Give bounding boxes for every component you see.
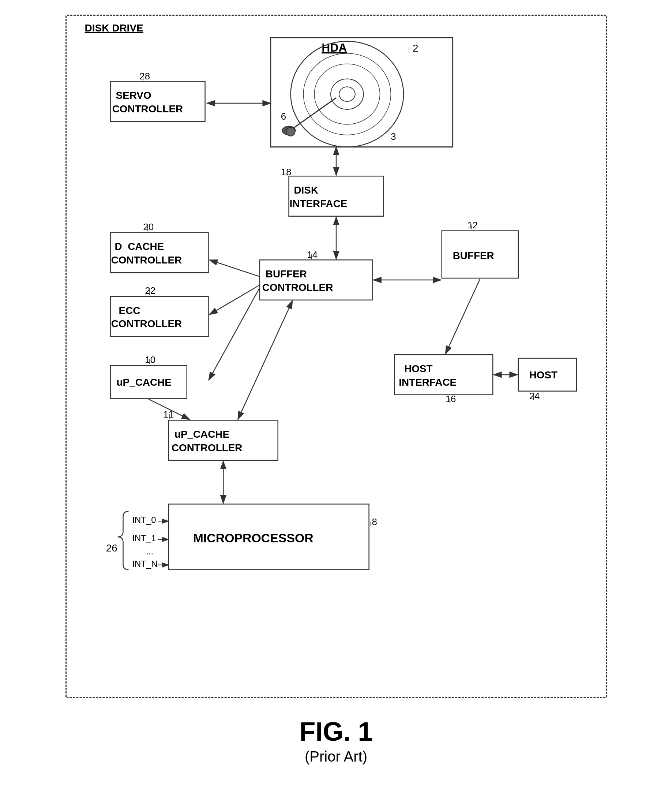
disk-interface-label-1: DISK (294, 184, 318, 196)
svg-rect-15 (289, 176, 383, 216)
svg-line-32 (209, 289, 259, 380)
figure-caption: FIG. 1 (Prior Art) (299, 717, 372, 765)
svg-rect-24 (110, 233, 209, 273)
ecc-label-2: CONTROLLER (111, 318, 182, 329)
svg-line-39 (445, 279, 480, 354)
svg-rect-27 (110, 296, 209, 337)
svg-line-35 (238, 301, 292, 420)
disk-interface-number: 18 (281, 167, 291, 177)
svg-point-11 (286, 127, 295, 136)
host-interface-label-2: INTERFACE (399, 377, 457, 388)
svg-rect-18 (259, 260, 372, 300)
buffer-controller-number: 14 (307, 249, 318, 260)
ecc-number: 22 (145, 286, 155, 296)
servo-label-1: SERVO (116, 89, 151, 101)
dcache-label-2: CONTROLLER (111, 254, 182, 266)
svg-line-26 (209, 260, 259, 276)
buffer-controller-label-2: CONTROLLER (262, 282, 332, 293)
int-n-label: INT_N (132, 559, 157, 569)
figure-number: FIG. 1 (299, 717, 372, 747)
servo-number: 28 (139, 71, 150, 81)
up-cache-ctrl-label-1: uP_CACHE (174, 428, 229, 440)
up-cache-number: 10 (145, 355, 155, 365)
servo-label-2: CONTROLLER (112, 103, 182, 115)
up-cache-label: uP_CACHE (117, 377, 171, 388)
host-label: HOST (529, 369, 557, 380)
dcache-label-1: D_CACHE (115, 241, 164, 252)
dcache-number: 20 (143, 222, 154, 232)
page-container: DISK DRIVE HDA 2 (43, 14, 629, 765)
int-1-label: INT_1 (132, 533, 156, 543)
int-0-label: INT_0 (132, 515, 156, 525)
diagram-svg: HDA 2 6 3 28 (81, 27, 591, 682)
figure-subtitle: (Prior Art) (299, 748, 372, 765)
hda-arm-number: 6 (281, 111, 286, 121)
buffer-number: 12 (467, 220, 478, 230)
up-cache-ctrl-label-2: CONTROLLER (171, 442, 242, 454)
host-interface-number: 16 (445, 394, 456, 404)
microprocessor-label: MICROPROCESSOR (193, 531, 313, 545)
buffer-label: BUFFER (453, 250, 494, 261)
int-group-number: 26 (106, 542, 117, 554)
disk-interface-label-2: INTERFACE (289, 198, 347, 209)
int-dots-label: ... (146, 546, 153, 556)
host-number: 24 (529, 391, 540, 401)
hda-disk-number: 3 (391, 131, 396, 142)
svg-rect-12 (110, 81, 205, 121)
host-interface-label-1: HOST (404, 363, 433, 374)
buffer-controller-label-1: BUFFER (265, 268, 306, 280)
hda-number: 2 (413, 42, 418, 54)
ecc-label-1: ECC (118, 305, 140, 316)
svg-rect-37 (394, 355, 493, 395)
disk-drive-label: DISK DRIVE (85, 22, 144, 34)
svg-rect-2 (270, 38, 453, 147)
microprocessor-number: 8 (372, 517, 377, 527)
svg-line-29 (209, 286, 259, 315)
svg-rect-33 (168, 420, 278, 460)
diagram-outer-border: DISK DRIVE HDA 2 (65, 14, 607, 698)
